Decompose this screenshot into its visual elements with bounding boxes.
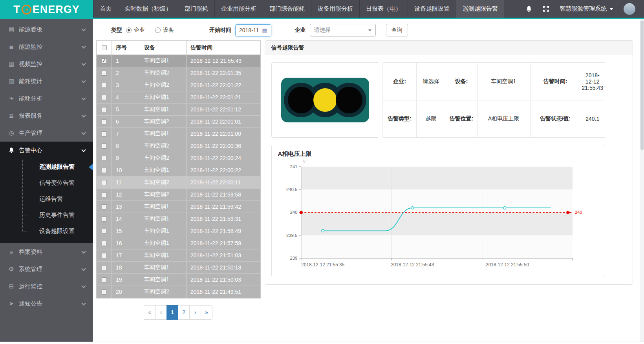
table-row[interactable]: 19 车间空调1 2018-11-22 21:50:03 bbox=[97, 274, 260, 286]
system-menu[interactable]: 智慧能源管理系统 bbox=[560, 5, 613, 13]
page-button[interactable]: « bbox=[144, 305, 156, 320]
query-button[interactable]: 查询 bbox=[386, 24, 408, 36]
row-time: 2018-12-12 21:55:43 bbox=[186, 55, 260, 67]
sidebar-sub-item[interactable]: 信号变位告警 bbox=[0, 175, 93, 191]
sidebar-group[interactable]: ≡ 档案资料 bbox=[0, 243, 93, 260]
row-checkbox-cell bbox=[97, 286, 112, 298]
table-row[interactable]: 15 车间空调1 2018-11-22 21:58:49 bbox=[97, 225, 260, 237]
sidebar-group-label: 能耗统计 bbox=[0, 78, 42, 85]
row-checkbox[interactable] bbox=[102, 229, 107, 234]
top-nav-item[interactable]: 企业用能分析 bbox=[214, 0, 263, 18]
page-button[interactable]: » bbox=[201, 305, 212, 320]
table-row[interactable]: 14 车间空调1 2018-11-22 21:59:31 bbox=[97, 213, 260, 225]
server-icon: ⊟ bbox=[8, 283, 15, 290]
page-button[interactable]: › bbox=[189, 305, 201, 320]
sidebar-sub-item[interactable]: 历史事件告警 bbox=[0, 207, 93, 223]
table-row[interactable]: 6 车间空调2 2018-11-22 22:01:01 bbox=[97, 116, 260, 128]
row-checkbox[interactable] bbox=[102, 277, 107, 282]
sidebar-sub-item[interactable]: 设备越限设置 bbox=[0, 223, 93, 239]
page-button[interactable]: 1 bbox=[166, 305, 178, 320]
sidebar-group[interactable]: ▥ 能耗统计 bbox=[0, 73, 93, 90]
fullscreen-icon[interactable] bbox=[543, 5, 549, 12]
table-row[interactable]: 20 车间空调2 2018-11-22 21:49:51 bbox=[97, 286, 260, 298]
table-row[interactable]: 7 车间空调1 2018-11-22 22:01:00 bbox=[97, 128, 260, 140]
sidebar-sub-item[interactable]: 运维告警 bbox=[0, 191, 93, 207]
row-checkbox[interactable] bbox=[102, 168, 107, 173]
sidebar-group[interactable]: ◙ 能源监控 bbox=[0, 38, 93, 55]
sidebar-group-alarm-center[interactable]: 告警中心 bbox=[0, 142, 93, 159]
company-select[interactable]: 请选择 bbox=[310, 24, 376, 36]
top-nav-label: 设备用能分析 bbox=[318, 5, 353, 13]
table-row[interactable]: 5 车间空调1 2018-11-22 22:01:12 bbox=[97, 104, 260, 116]
row-checkbox-cell bbox=[97, 213, 112, 225]
top-nav-label: 日报表（电） bbox=[366, 5, 401, 13]
table-row[interactable]: 16 车间空调1 2018-11-22 21:57:59 bbox=[97, 237, 260, 249]
sidebar-group[interactable]: ◷ 生产管理 bbox=[0, 124, 93, 142]
top-nav-item[interactable]: 部门能耗 bbox=[178, 0, 214, 18]
table-row[interactable]: 12 车间空调2 2018-11-22 21:59:58 bbox=[97, 189, 260, 201]
top-nav-item[interactable]: 日报表（电） bbox=[359, 0, 408, 18]
select-all-checkbox[interactable] bbox=[102, 45, 107, 50]
sidebar-group[interactable]: ≣ 报表服务 bbox=[0, 107, 93, 124]
table-row[interactable]: 18 车间空调1 2018-11-22 21:50:13 bbox=[97, 262, 260, 274]
row-checkbox[interactable] bbox=[102, 253, 107, 258]
table-row[interactable]: 17 车间空调1 2018-11-22 21:51:03 bbox=[97, 249, 260, 262]
top-nav-item[interactable]: 部门综合能耗 bbox=[263, 0, 311, 18]
table-row[interactable]: 2 车间空调2 2018-11-22 22:01:35 bbox=[97, 67, 260, 79]
table-row[interactable]: 10 车间空调1 2018-11-22 22:00:22 bbox=[97, 164, 260, 177]
row-checkbox[interactable] bbox=[102, 71, 107, 76]
top-nav-item[interactable]: 首页 bbox=[93, 0, 118, 18]
radio-selected-icon[interactable] bbox=[126, 27, 132, 33]
sidebar-group[interactable]: ➤ 通知公告 bbox=[0, 295, 93, 312]
table-row[interactable]: 8 车间空调2 2018-11-22 22:00:36 bbox=[97, 140, 260, 152]
row-checkbox[interactable] bbox=[102, 192, 107, 197]
sidebar-group[interactable]: ❧ 能耗分析 bbox=[0, 90, 93, 107]
notification-bell-icon[interactable] bbox=[525, 5, 532, 13]
table-row[interactable]: 13 车间空调1 2018-11-22 21:59:42 bbox=[97, 201, 260, 213]
row-checkbox[interactable] bbox=[102, 289, 107, 295]
type-radio-device[interactable]: 设备 bbox=[155, 27, 174, 34]
detail-field-value: A相电压上限 bbox=[477, 100, 530, 137]
table-row[interactable]: 11 车间空调2 2018-11-22 22:00:11 bbox=[97, 177, 260, 189]
page-scrollbar-thumb[interactable] bbox=[640, 20, 644, 150]
table-row[interactable]: 1 车间空调1 2018-12-12 21:55:43 bbox=[97, 55, 260, 67]
wrench-icon: ⚙ bbox=[8, 266, 15, 273]
row-checkbox[interactable] bbox=[102, 156, 107, 161]
start-time-input[interactable]: 2018-11 ▦ bbox=[235, 24, 271, 36]
type-radio-company[interactable]: 企业 bbox=[126, 27, 145, 34]
top-nav-item[interactable]: 遥测越限告警 bbox=[456, 0, 504, 18]
top-nav-item[interactable]: 实时数据（秒级） bbox=[118, 0, 178, 18]
avatar[interactable] bbox=[624, 3, 635, 15]
page-scrollbar-track[interactable] bbox=[640, 19, 644, 342]
row-num: 6 bbox=[112, 116, 140, 127]
sidebar-group[interactable]: ⚙ 系统管理 bbox=[0, 260, 93, 278]
row-checkbox[interactable] bbox=[102, 83, 107, 88]
row-checkbox[interactable] bbox=[102, 131, 107, 137]
row-checkbox[interactable] bbox=[102, 265, 107, 270]
sidebar-sub-item-label: 信号变位告警 bbox=[0, 179, 75, 187]
radio-unselected-icon[interactable] bbox=[155, 27, 161, 33]
row-checkbox[interactable] bbox=[102, 204, 107, 209]
table-row[interactable]: 9 车间空调2 2018-11-22 22:00:24 bbox=[97, 152, 260, 164]
table-row[interactable]: 3 车间空调2 2018-11-22 22:01:22 bbox=[97, 79, 260, 91]
sidebar-group[interactable]: ▦ 视频监控 bbox=[0, 55, 93, 73]
top-nav-item[interactable]: 设备越限设置 bbox=[408, 0, 456, 18]
row-checkbox[interactable] bbox=[102, 119, 107, 124]
top-nav-item[interactable]: 设备用能分析 bbox=[311, 0, 359, 18]
chevron-down-icon bbox=[81, 27, 86, 31]
row-checkbox[interactable] bbox=[102, 107, 107, 112]
sidebar-group[interactable]: ⊟ 运行监控 bbox=[0, 278, 93, 295]
row-checkbox[interactable] bbox=[102, 217, 107, 222]
row-checkbox[interactable] bbox=[102, 241, 107, 246]
row-checkbox[interactable] bbox=[102, 144, 107, 149]
sidebar-sub-item[interactable]: 遥测越限告警 bbox=[0, 159, 93, 175]
row-checkbox[interactable] bbox=[102, 58, 107, 64]
table-row[interactable]: 4 车间空调1 2018-11-22 22:01:21 bbox=[97, 91, 260, 104]
row-checkbox[interactable] bbox=[102, 180, 107, 185]
row-checkbox[interactable] bbox=[102, 95, 107, 100]
calendar-icon[interactable]: ▦ bbox=[262, 27, 267, 33]
sidebar-group[interactable]: ▤ 能源看板 bbox=[0, 21, 93, 38]
page-button[interactable]: ‹ bbox=[155, 305, 167, 320]
row-time: 2018-11-22 22:01:22 bbox=[186, 79, 260, 91]
page-button[interactable]: 2 bbox=[178, 305, 190, 320]
